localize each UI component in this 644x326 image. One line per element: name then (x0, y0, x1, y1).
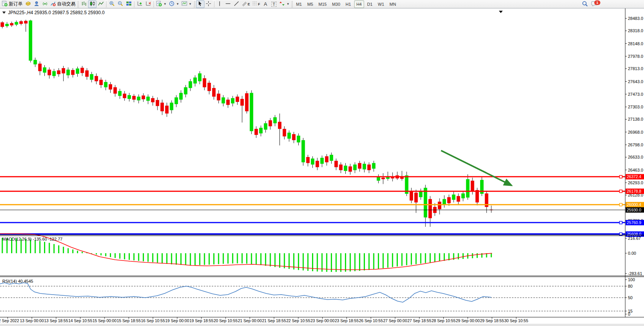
macd-histogram-bar (199, 253, 200, 265)
templates-button[interactable]: ▼ (180, 0, 193, 8)
auto-scroll-button[interactable] (136, 0, 144, 8)
time-label[interactable]: 12 Sep 2022 (0, 318, 19, 323)
macd-histogram-bar (270, 253, 271, 266)
time-label[interactable]: 23 Sep 00:00 (311, 318, 335, 323)
time-label[interactable]: 22 Sep 10:55 (286, 318, 311, 323)
line-chart-button[interactable] (96, 0, 105, 8)
tile-windows-button[interactable] (124, 0, 133, 8)
vertical-line-button[interactable] (216, 0, 224, 8)
time-label[interactable]: 30 Sep 10:55 (504, 318, 528, 323)
time-label[interactable]: 13 Sep 00:00 (20, 318, 44, 323)
candle-body (132, 96, 136, 100)
price-label-text: 25930.0 (627, 208, 641, 212)
price-label-text: 26178.8 (627, 189, 641, 193)
cursor-button[interactable] (196, 0, 204, 8)
shift-marker-icon[interactable] (499, 11, 503, 13)
price-tick-label: 27138.0 (628, 117, 643, 121)
macd-histogram-bar (359, 253, 360, 271)
candle-body (315, 161, 319, 167)
trend-arrow[interactable] (441, 151, 512, 185)
tf-M5[interactable]: M5 (305, 0, 315, 8)
time-label[interactable]: 29 Sep 18:55 (480, 318, 504, 323)
line-chart-icon (98, 1, 104, 8)
trendline-button[interactable] (232, 0, 241, 8)
chart-shift-button[interactable] (144, 0, 152, 8)
time-label[interactable]: 19 Sep 00:00 (165, 318, 190, 323)
tf-W1[interactable]: W1 (376, 0, 387, 8)
time-label[interactable]: 21 Sep 00:00 (238, 318, 262, 323)
time-label[interactable]: 16 Sep 10:55 (141, 318, 165, 323)
macd-histogram-bar (114, 253, 116, 258)
candle-body (414, 193, 418, 202)
tf-M30[interactable]: M30 (330, 0, 342, 8)
candle-body (292, 134, 296, 140)
time-label[interactable]: 28 Sep 10:55 (432, 318, 456, 323)
price-tick-label: 28483.0 (628, 16, 643, 21)
text-button[interactable]: A (261, 0, 270, 8)
fibonacci-button[interactable]: F (251, 0, 262, 8)
tf-M1[interactable]: M1 (294, 0, 304, 8)
time-label[interactable]: 14 Sep 10:55 (69, 318, 93, 323)
macd-histogram-bar (251, 253, 252, 264)
hline-marker[interactable] (619, 203, 622, 206)
time-label[interactable]: 19 Sep 18:55 (190, 318, 214, 323)
notifications-button[interactable]: 1 (591, 1, 598, 8)
candle-body (264, 123, 267, 130)
time-label[interactable]: 26 Sep 10:55 (359, 318, 383, 323)
navigator-button[interactable] (41, 0, 49, 8)
market-watch-button[interactable] (24, 0, 32, 8)
time-axis[interactable]: 12 Sep 202213 Sep 00:0013 Sep 18:5514 Se… (0, 317, 528, 323)
candle-body (198, 74, 201, 82)
arrows-button[interactable]: ▼ (278, 0, 291, 8)
hline-marker[interactable] (619, 221, 622, 224)
time-label[interactable]: 21 Sep 18:55 (262, 318, 286, 323)
bar-chart-button[interactable] (80, 0, 88, 8)
horizontal-line-button[interactable] (224, 0, 232, 8)
tf-H4[interactable]: H4 (354, 0, 364, 8)
candle-body (170, 103, 173, 110)
tf-H1[interactable]: H1 (343, 0, 353, 8)
tf-M15[interactable]: M15 (316, 0, 329, 8)
time-label[interactable]: 13 Sep 18:55 (44, 318, 68, 323)
time-label[interactable]: 29 Sep 00:00 (456, 318, 480, 323)
time-label[interactable]: 20 Sep 10:55 (214, 318, 238, 323)
periods-button[interactable]: ▼ (168, 0, 180, 8)
tf-D1[interactable]: D1 (365, 0, 375, 8)
time-label[interactable]: 15 Sep 18:55 (117, 318, 141, 323)
zoom-out-icon (118, 1, 123, 8)
data-window-button[interactable] (32, 0, 41, 8)
candle-body (226, 100, 230, 105)
indicators-icon (156, 1, 162, 8)
macd-histogram-bar (204, 253, 205, 265)
chart-title: JPN225-,H4 25935.0 25987.5 25892.5 25930… (8, 10, 105, 15)
autotrading-button[interactable]: 自动交易 (49, 0, 77, 8)
time-label[interactable]: 23 Sep 18:55 (335, 318, 359, 323)
hline-marker[interactable] (619, 233, 622, 236)
indicators-button[interactable]: ▼ (155, 0, 168, 8)
symbol-dropdown-icon[interactable] (2, 11, 6, 14)
crosshair-button[interactable] (204, 0, 213, 8)
zoom-out-button[interactable] (116, 0, 124, 8)
candle-body (428, 199, 432, 218)
time-label[interactable]: 27 Sep 00:00 (383, 318, 407, 323)
zoom-in-button[interactable] (108, 0, 116, 8)
candle-body (367, 165, 371, 170)
candle-body (250, 93, 253, 131)
hline-marker[interactable] (619, 190, 622, 193)
hline-marker[interactable] (619, 175, 622, 178)
bars-icon (81, 1, 87, 8)
new-order-button[interactable]: 新订单 (1, 0, 24, 8)
candle-body (419, 192, 422, 197)
text-label-button[interactable]: T (270, 0, 278, 8)
time-label[interactable]: 27 Sep 18:55 (407, 318, 432, 323)
candlestick-chart-button[interactable] (88, 0, 96, 8)
tf-MN[interactable]: MN (387, 0, 398, 8)
toolbar-grip (291, 1, 293, 7)
fibonacci-letter: F (258, 2, 260, 6)
macd-histogram-bar (157, 253, 158, 263)
time-label[interactable]: 15 Sep 00:00 (93, 318, 117, 323)
macd-histogram-bar (491, 253, 492, 257)
chart-canvas[interactable]: JPN225-,H4 25935.0 25987.5 25892.5 25930… (0, 8, 644, 326)
search-icon[interactable] (582, 1, 588, 8)
equidistant-channel-button[interactable]: E (241, 0, 251, 8)
